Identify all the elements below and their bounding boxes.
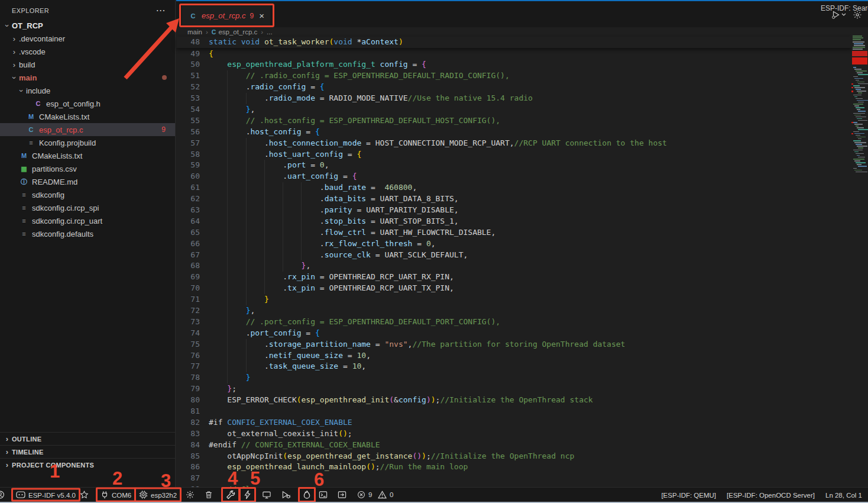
more-actions-icon[interactable]: ⋯ <box>156 8 166 13</box>
tree-item-partitions-csv[interactable]: ▦partitions.csv <box>0 162 175 175</box>
code-text: .baud_rate = 460800, <box>209 182 417 194</box>
tree-item-esp-ot-rcp-c[interactable]: Cesp_ot_rcp.c9 <box>0 123 175 136</box>
annotation-number-6: 6 <box>314 469 324 491</box>
code-area[interactable]: 49{50 esp_openthread_platform_config_t c… <box>176 49 868 488</box>
status-bar: ESP-IDF v5.4.0COM6esp32h290[ESP-IDF: QEM… <box>0 487 868 502</box>
tree-item-sdkconfig-defaults[interactable]: ≡sdkconfig.defaults <box>0 227 175 240</box>
status-item-account[interactable] <box>0 489 7 501</box>
indent-guide <box>283 227 283 238</box>
status-item-monitor[interactable] <box>260 489 273 501</box>
breadcrumb-folder[interactable]: main <box>187 28 202 36</box>
minimap-line <box>853 49 863 50</box>
tree-item-label: README.md <box>32 178 77 186</box>
tree-item-label: sdkconfig.ci.rcp_spi <box>32 204 99 212</box>
breadcrumb-file[interactable]: esp_ot_rcp.c <box>218 28 257 36</box>
status-item-menuconfig[interactable] <box>184 489 196 501</box>
sticky-scroll-line[interactable]: 48static void ot_task_worker(void *aCont… <box>176 37 851 48</box>
tree-item-cmakelists-txt[interactable]: MCMakeLists.txt <box>0 110 175 123</box>
status-item-espidf-version[interactable]: ESP-IDF v5.4.0 <box>11 488 80 502</box>
tree-item-readme-md[interactable]: ⓘREADME.md <box>0 175 175 188</box>
minimap-line <box>858 102 864 103</box>
tree-item-kconfig-projbuild[interactable]: ≡Kconfig.projbuild <box>0 136 175 149</box>
code-line-72: 72 }, <box>176 305 868 317</box>
code-line-64: 64 .stop_bits = UART_STOP_BITS_1, <box>176 216 868 227</box>
tree-item-cmakelists-txt[interactable]: MCMakeLists.txt <box>0 149 175 162</box>
code-text: .radio_mode = RADIO_MODE_NATIVE//Use the… <box>209 93 533 104</box>
indent-guide <box>283 260 283 272</box>
indent-guide <box>264 250 265 261</box>
minimap-line <box>858 120 867 121</box>
tree-item--vscode[interactable]: ›.vscode <box>0 45 175 58</box>
panel-outline[interactable]: ›OUTLINE <box>0 432 176 445</box>
minimap-line <box>851 83 853 85</box>
status-right-item-0[interactable]: [ESP-IDF: QEMU] <box>661 492 716 499</box>
status-item-full-clean[interactable] <box>203 489 215 501</box>
status-item-warnings[interactable]: 0 <box>376 489 395 500</box>
indent-guide <box>264 227 265 238</box>
list-file-icon: ≡ <box>26 139 36 146</box>
line-number: 66 <box>176 238 209 250</box>
tree-item--devcontainer[interactable]: ›.devcontainer <box>0 32 175 45</box>
minimap-line <box>852 51 867 56</box>
code-text: .radio_config = { <box>209 82 325 93</box>
status-item-star[interactable] <box>78 489 90 501</box>
close-icon[interactable]: × <box>259 11 264 21</box>
minimap-line <box>858 166 867 167</box>
status-item-device-target[interactable]: esp32h2 <box>134 488 182 502</box>
minimap[interactable] <box>851 33 868 205</box>
status-item-errors[interactable]: 9 <box>355 489 374 500</box>
tree-item-main[interactable]: ›main <box>0 71 175 84</box>
minimap-line <box>854 115 861 116</box>
tree-item-label: esp_ot_rcp.c <box>39 125 83 134</box>
panel-timeline[interactable]: ›TIMELINE <box>0 445 176 458</box>
chevron-right-icon: › <box>2 434 12 443</box>
line-number: 51 <box>176 70 209 82</box>
annotation-number-5: 5 <box>250 468 260 489</box>
annotation-number-1: 1 <box>50 461 60 482</box>
minimap-line <box>853 47 865 48</box>
panel-project-components[interactable]: ›PROJECT COMPONENTS <box>0 458 176 471</box>
code-line-63: 63 .parity = UART_PARITY_DISABLE, <box>176 205 868 216</box>
status-item-open-idf-terminal[interactable] <box>336 489 348 501</box>
breadcrumb-more[interactable]: ... <box>267 28 273 36</box>
line-number: 74 <box>176 328 209 339</box>
status-item-serial-port[interactable]: COM6 <box>96 488 136 502</box>
tree-item-sdkconfig-ci-rcp-uart[interactable]: ≡sdkconfig.ci.rcp_uart <box>0 214 175 227</box>
status-item-label: 0 <box>390 491 393 498</box>
tree-item-build[interactable]: ›build <box>0 58 175 71</box>
list-file-icon: ≡ <box>19 191 29 198</box>
status-item-debug[interactable] <box>279 489 293 501</box>
line-number: 72 <box>176 305 209 317</box>
indent-guide <box>246 350 247 362</box>
tree-item-sdkconfig-ci-rcp-spi[interactable]: ≡sdkconfig.ci.rcp_spi <box>0 201 175 214</box>
status-item-build-flash-monitor[interactable] <box>298 487 316 502</box>
tree-item-ot-rcp[interactable]: ›OT_RCP <box>0 19 175 32</box>
line-number: 73 <box>176 317 209 328</box>
tree-item-esp-ot-config-h[interactable]: Cesp_ot_config.h <box>0 97 175 110</box>
code-line-81: 81 <box>176 406 868 417</box>
status-right-item-1[interactable]: [ESP-IDF: OpenOCD Server] <box>727 492 815 499</box>
code-text: .storage_partition_name = "nvs",//The pa… <box>209 339 625 350</box>
minimap-line <box>858 74 868 75</box>
minimap-line <box>858 83 868 85</box>
minimap-line <box>856 98 863 99</box>
minimap-line <box>856 117 866 118</box>
minimap-line <box>858 147 863 149</box>
chevron-icon: › <box>10 73 19 82</box>
code-line-52: 52 .radio_config = { <box>176 82 868 93</box>
tree-item-sdkconfig[interactable]: ≡sdkconfig <box>0 188 175 201</box>
info-file-icon: ⓘ <box>19 178 29 186</box>
indent-guide <box>227 70 228 82</box>
status-item-terminal[interactable] <box>317 489 329 501</box>
indent-guide <box>246 205 247 216</box>
tab-esp-ot-rcp[interactable]: C esp_ot_rcp.c 9 × <box>182 5 270 27</box>
tree-item-include[interactable]: ›include <box>0 84 175 97</box>
status-right-item-2[interactable]: Ln 28, Col 1 <box>825 492 862 499</box>
code-text: // .host_config = ESP_OPENTHREAD_DEFAULT… <box>209 115 500 127</box>
espidf-search-label[interactable]: ESP-IDF: Search Err <box>821 4 868 12</box>
tab-label: esp_ot_rcp.c <box>202 11 245 20</box>
file-tree: ›OT_RCP›.devcontainer›.vscode›build›main… <box>0 19 175 240</box>
code-text: { <box>209 49 213 60</box>
editor-group[interactable]: C esp_ot_rcp.c 9 × ESP-IDF: Search Err m… <box>176 0 868 487</box>
code-text: } <box>209 372 250 383</box>
